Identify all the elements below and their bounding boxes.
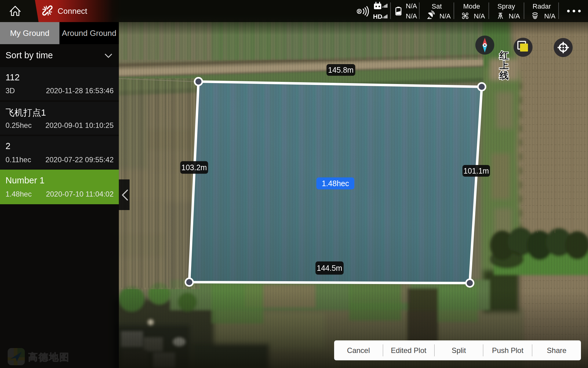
svg-text:Spray: Spray xyxy=(497,2,515,10)
svg-text:N/A: N/A xyxy=(509,12,520,20)
svg-text:线: 线 xyxy=(499,70,509,80)
svg-text:红: 红 xyxy=(499,50,509,60)
svg-text:N/A: N/A xyxy=(406,12,417,20)
svg-text:R: R xyxy=(358,10,361,14)
svg-text:N/A: N/A xyxy=(406,2,417,10)
svg-text:Radar: Radar xyxy=(533,2,551,10)
svg-text:Sat: Sat xyxy=(432,2,442,10)
svg-text:上: 上 xyxy=(499,60,509,70)
svg-text:N/A: N/A xyxy=(474,12,485,20)
svg-text:HD: HD xyxy=(373,13,382,20)
svg-text:N/A: N/A xyxy=(544,12,556,20)
svg-text:Connect: Connect xyxy=(58,6,88,16)
svg-text:N/A: N/A xyxy=(439,12,451,20)
svg-text:Mode: Mode xyxy=(463,2,480,10)
